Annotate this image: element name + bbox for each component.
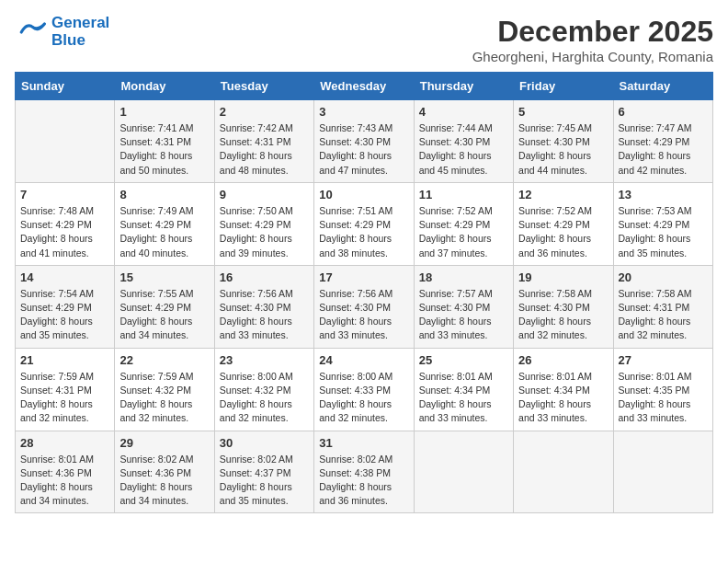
calendar-cell: 28Sunrise: 8:01 AM Sunset: 4:36 PM Dayli… (16, 431, 115, 513)
day-number: 7 (20, 188, 109, 201)
day-number: 31 (319, 436, 408, 450)
day-info: Sunrise: 7:47 AM Sunset: 4:29 PM Dayligh… (619, 121, 708, 178)
weekday-header-monday: Monday (115, 73, 214, 100)
weekday-header-sunday: Sunday (16, 73, 115, 100)
day-info: Sunrise: 8:01 AM Sunset: 4:34 PM Dayligh… (518, 370, 608, 426)
calendar-cell: 20Sunrise: 7:58 AM Sunset: 4:31 PM Dayli… (613, 265, 712, 348)
day-info: Sunrise: 7:49 AM Sunset: 4:29 PM Dayligh… (119, 204, 209, 260)
day-number: 14 (20, 270, 109, 284)
calendar-cell: 1Sunrise: 7:41 AM Sunset: 4:31 PM Daylig… (115, 100, 214, 183)
calendar-cell: 11Sunrise: 7:52 AM Sunset: 4:29 PM Dayli… (414, 182, 513, 265)
day-info: Sunrise: 7:45 AM Sunset: 4:30 PM Dayligh… (518, 121, 608, 178)
calendar-cell: 13Sunrise: 7:53 AM Sunset: 4:29 PM Dayli… (613, 182, 712, 265)
day-info: Sunrise: 7:48 AM Sunset: 4:29 PM Dayligh… (20, 204, 109, 260)
day-info: Sunrise: 8:02 AM Sunset: 4:38 PM Dayligh… (319, 453, 408, 509)
day-info: Sunrise: 7:53 AM Sunset: 4:29 PM Dayligh… (619, 204, 708, 260)
day-info: Sunrise: 7:41 AM Sunset: 4:31 PM Dayligh… (119, 121, 209, 178)
day-number: 5 (518, 105, 608, 119)
calendar-cell: 26Sunrise: 8:01 AM Sunset: 4:34 PM Dayli… (514, 348, 613, 431)
day-number: 29 (119, 436, 209, 450)
day-number: 17 (319, 270, 408, 284)
day-number: 12 (518, 188, 608, 201)
day-number: 24 (319, 353, 408, 367)
logo-icon (15, 16, 48, 49)
day-info: Sunrise: 7:50 AM Sunset: 4:29 PM Dayligh… (220, 204, 309, 260)
calendar-cell: 12Sunrise: 7:52 AM Sunset: 4:29 PM Dayli… (514, 182, 613, 265)
calendar-week-row: 1Sunrise: 7:41 AM Sunset: 4:31 PM Daylig… (16, 100, 713, 183)
weekday-header-tuesday: Tuesday (214, 73, 313, 100)
day-number: 21 (20, 353, 109, 367)
calendar-cell: 23Sunrise: 8:00 AM Sunset: 4:32 PM Dayli… (214, 348, 313, 431)
calendar-week-row: 28Sunrise: 8:01 AM Sunset: 4:36 PM Dayli… (16, 431, 713, 513)
weekday-header-thursday: Thursday (414, 73, 513, 100)
day-number: 1 (119, 105, 209, 119)
day-number: 15 (119, 270, 209, 284)
calendar-cell: 5Sunrise: 7:45 AM Sunset: 4:30 PM Daylig… (514, 100, 613, 183)
day-number: 26 (518, 353, 608, 367)
weekday-header-saturday: Saturday (613, 73, 712, 100)
calendar-subtitle: Gheorgheni, Harghita County, Romania (472, 49, 713, 64)
calendar-cell (16, 100, 115, 183)
calendar-table: SundayMondayTuesdayWednesdayThursdayFrid… (15, 72, 713, 513)
day-number: 27 (619, 353, 708, 367)
day-info: Sunrise: 7:51 AM Sunset: 4:29 PM Dayligh… (319, 204, 408, 260)
calendar-cell: 21Sunrise: 7:59 AM Sunset: 4:31 PM Dayli… (16, 348, 115, 431)
calendar-cell: 18Sunrise: 7:57 AM Sunset: 4:30 PM Dayli… (414, 265, 513, 348)
day-info: Sunrise: 7:57 AM Sunset: 4:30 PM Dayligh… (419, 287, 508, 343)
day-number: 25 (419, 353, 508, 367)
calendar-cell: 22Sunrise: 7:59 AM Sunset: 4:32 PM Dayli… (115, 348, 214, 431)
calendar-cell: 17Sunrise: 7:56 AM Sunset: 4:30 PM Dayli… (314, 265, 414, 348)
calendar-body: 1Sunrise: 7:41 AM Sunset: 4:31 PM Daylig… (16, 100, 713, 513)
calendar-cell: 29Sunrise: 8:02 AM Sunset: 4:36 PM Dayli… (115, 431, 214, 513)
day-number: 30 (220, 436, 309, 450)
day-number: 22 (119, 353, 209, 367)
day-number: 18 (419, 270, 508, 284)
day-number: 28 (20, 436, 109, 450)
calendar-cell: 8Sunrise: 7:49 AM Sunset: 4:29 PM Daylig… (115, 182, 214, 265)
day-number: 11 (419, 188, 508, 201)
calendar-cell: 9Sunrise: 7:50 AM Sunset: 4:29 PM Daylig… (214, 182, 313, 265)
calendar-cell: 27Sunrise: 8:01 AM Sunset: 4:35 PM Dayli… (613, 348, 712, 431)
day-info: Sunrise: 8:00 AM Sunset: 4:33 PM Dayligh… (319, 370, 408, 426)
calendar-cell: 10Sunrise: 7:51 AM Sunset: 4:29 PM Dayli… (314, 182, 414, 265)
day-number: 3 (319, 105, 408, 119)
calendar-cell (613, 431, 712, 513)
logo-line2: Blue (51, 32, 109, 50)
calendar-cell: 30Sunrise: 8:02 AM Sunset: 4:37 PM Dayli… (214, 431, 313, 513)
day-info: Sunrise: 7:56 AM Sunset: 4:30 PM Dayligh… (319, 287, 408, 343)
day-info: Sunrise: 7:56 AM Sunset: 4:30 PM Dayligh… (220, 287, 309, 343)
day-number: 2 (220, 105, 309, 119)
day-info: Sunrise: 8:01 AM Sunset: 4:36 PM Dayligh… (20, 453, 109, 509)
day-info: Sunrise: 7:58 AM Sunset: 4:30 PM Dayligh… (518, 287, 608, 343)
logo-line1: General (51, 15, 109, 32)
calendar-cell: 19Sunrise: 7:58 AM Sunset: 4:30 PM Dayli… (514, 265, 613, 348)
day-info: Sunrise: 8:02 AM Sunset: 4:36 PM Dayligh… (119, 453, 209, 509)
calendar-cell (514, 431, 613, 513)
day-info: Sunrise: 8:01 AM Sunset: 4:34 PM Dayligh… (419, 370, 508, 426)
calendar-cell (414, 431, 513, 513)
calendar-cell: 4Sunrise: 7:44 AM Sunset: 4:30 PM Daylig… (414, 100, 513, 183)
day-number: 20 (619, 270, 708, 284)
weekday-header-row: SundayMondayTuesdayWednesdayThursdayFrid… (16, 73, 713, 100)
day-info: Sunrise: 7:44 AM Sunset: 4:30 PM Dayligh… (419, 121, 508, 178)
day-info: Sunrise: 7:55 AM Sunset: 4:29 PM Dayligh… (119, 287, 209, 343)
day-info: Sunrise: 7:59 AM Sunset: 4:32 PM Dayligh… (119, 370, 209, 426)
calendar-cell: 3Sunrise: 7:43 AM Sunset: 4:30 PM Daylig… (314, 100, 414, 183)
weekday-header-friday: Friday (514, 73, 613, 100)
day-info: Sunrise: 7:58 AM Sunset: 4:31 PM Dayligh… (619, 287, 708, 343)
day-number: 16 (220, 270, 309, 284)
page-header: General Blue December 2025 Gheorgheni, H… (15, 15, 713, 64)
day-number: 9 (220, 188, 309, 201)
logo: General Blue (15, 15, 109, 49)
calendar-cell: 25Sunrise: 8:01 AM Sunset: 4:34 PM Dayli… (414, 348, 513, 431)
calendar-cell: 7Sunrise: 7:48 AM Sunset: 4:29 PM Daylig… (16, 182, 115, 265)
calendar-cell: 6Sunrise: 7:47 AM Sunset: 4:29 PM Daylig… (613, 100, 712, 183)
day-info: Sunrise: 7:52 AM Sunset: 4:29 PM Dayligh… (419, 204, 508, 260)
day-info: Sunrise: 7:54 AM Sunset: 4:29 PM Dayligh… (20, 287, 109, 343)
day-number: 4 (419, 105, 508, 119)
weekday-header-wednesday: Wednesday (314, 73, 414, 100)
day-number: 6 (619, 105, 708, 119)
day-info: Sunrise: 7:43 AM Sunset: 4:30 PM Dayligh… (319, 121, 408, 178)
day-number: 8 (119, 188, 209, 201)
day-number: 23 (220, 353, 309, 367)
